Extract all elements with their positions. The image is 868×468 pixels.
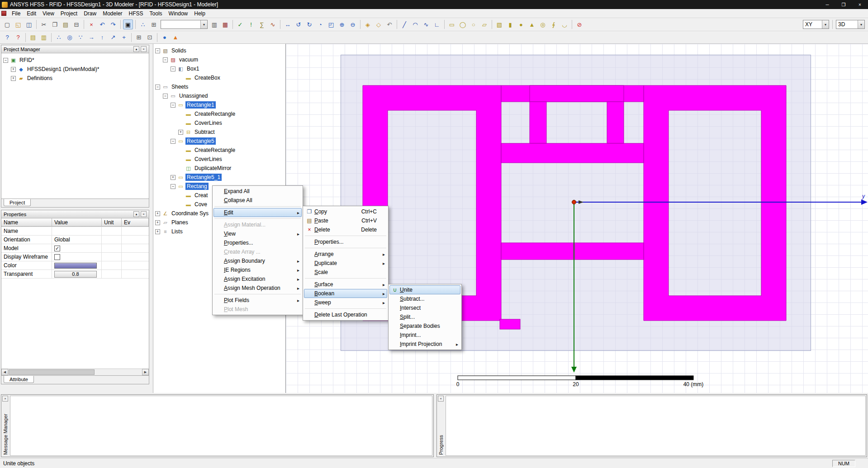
boundary-display-button[interactable]: ▦ — [220, 19, 230, 29]
tree-item-label[interactable]: vacuum — [178, 56, 199, 63]
tree-item-label[interactable]: Rectangle5 — [185, 137, 216, 145]
clip-plane-button[interactable]: ▲ — [171, 33, 180, 43]
collapse-box[interactable]: − — [171, 66, 175, 71]
tree-item-label[interactable]: Rectang — [185, 183, 209, 190]
menu-modeler[interactable]: Modeler — [100, 9, 125, 18]
menu-item-separate-bodies[interactable]: Separate Bodies — [389, 321, 460, 331]
snap-settings-button[interactable]: ∴ — [138, 19, 148, 29]
expand-box[interactable]: + — [11, 76, 16, 81]
undo-button[interactable]: ↶ — [97, 19, 107, 29]
tree-item-label[interactable]: Sheets — [170, 83, 190, 90]
rotate-z-button[interactable]: ↻ — [304, 19, 314, 29]
menu-item-arrange[interactable]: Arrange▸ — [304, 250, 387, 259]
menu-item-plot-mesh[interactable]: Plot Mesh — [213, 305, 302, 314]
menu-draw[interactable]: Draw — [81, 9, 100, 18]
menu-item-unite[interactable]: ∪Unite — [389, 285, 460, 294]
value-button[interactable]: 0.8 — [54, 271, 97, 278]
zoom-in-button[interactable]: ⊕ — [337, 19, 347, 29]
redo-button[interactable]: ↷ — [108, 19, 118, 29]
close-progress-icon[interactable]: × — [438, 396, 444, 402]
menu-item-imprint-projection[interactable]: Imprint Projection▸ — [389, 340, 460, 349]
zoom-window-button[interactable]: ◰ — [326, 19, 336, 29]
menu-file[interactable]: File — [9, 9, 24, 18]
expand-box[interactable]: + — [155, 211, 160, 216]
antenna-top-notch-outline[interactable] — [530, 85, 624, 102]
validate-button[interactable]: ✓ — [235, 19, 245, 29]
progress-window-button[interactable]: ▥ — [39, 33, 49, 43]
menu-item-copy[interactable]: ❐CopyCtrl+C — [304, 207, 387, 216]
save-button[interactable]: ◫ — [24, 19, 34, 29]
tab-attribute[interactable]: Attribute — [4, 376, 34, 383]
previous-view-button[interactable]: ↶ — [384, 19, 394, 29]
select-object-mode-button[interactable]: ▣ — [123, 19, 133, 29]
tree-item-label[interactable]: HFSSDesign1 (DrivenModal)* — [26, 66, 100, 73]
menu-item-scale[interactable]: Scale — [304, 268, 387, 277]
grid-settings-button[interactable]: ⊞ — [149, 19, 159, 29]
dynamic-zoom-button[interactable]: ◔ — [315, 19, 325, 29]
tree-item-label[interactable]: Lists — [170, 228, 184, 235]
draw-polyline-button[interactable]: ∟ — [432, 19, 442, 29]
antenna-right-stub[interactable] — [607, 102, 624, 143]
new-file-button[interactable]: ▢ — [2, 19, 12, 29]
menu-item-properties[interactable]: Properties... — [304, 237, 387, 246]
copy-button[interactable]: ❐ — [50, 19, 60, 29]
collapse-box[interactable]: − — [163, 94, 168, 99]
close-button[interactable]: × — [852, 0, 868, 9]
material-combo[interactable]: ▾ — [161, 20, 208, 29]
collapse-box[interactable]: − — [171, 139, 175, 144]
close-message-manager-icon[interactable]: × — [2, 396, 8, 402]
tree-item-label[interactable]: Cove — [193, 201, 209, 208]
tree-item-label[interactable]: Subtract — [193, 128, 216, 136]
context-help-button[interactable]: ? — [2, 33, 12, 43]
menu-item-expand-all[interactable]: Expand All — [213, 187, 302, 196]
property-value[interactable] — [52, 261, 102, 269]
menu-item-imprint[interactable]: Imprint... — [389, 331, 460, 340]
tree-item-label[interactable]: CreateRectangle — [193, 147, 237, 154]
menu-project[interactable]: Project — [57, 9, 81, 18]
collapse-box[interactable]: − — [155, 48, 160, 53]
maximize-button[interactable]: ❐ — [835, 0, 852, 9]
tree-item-label[interactable]: Rectangle5_1 — [185, 174, 222, 181]
cut-button[interactable]: ✂ — [39, 19, 49, 29]
tree-item-label[interactable]: Solids — [170, 47, 188, 54]
draw-cylinder-button[interactable]: ▮ — [505, 19, 515, 29]
menu-edit[interactable]: Edit — [24, 9, 39, 18]
tree-item-label[interactable]: Definitions — [26, 75, 54, 82]
draw-cone-button[interactable]: ▲ — [527, 19, 537, 29]
property-value[interactable] — [52, 253, 102, 261]
tree-item-label[interactable]: DuplicateMirror — [193, 165, 232, 172]
draw-sphere-button[interactable]: ● — [516, 19, 526, 29]
menu-window[interactable]: Window — [166, 9, 191, 18]
expand-box[interactable]: + — [171, 175, 175, 180]
delete-button[interactable]: × — [86, 19, 96, 29]
antenna-left-stub[interactable] — [530, 102, 546, 143]
fit-selection-button[interactable]: ◇ — [374, 19, 384, 29]
collapse-box[interactable]: − — [171, 103, 175, 108]
expand-box[interactable]: + — [155, 220, 160, 225]
tree-item-label[interactable]: RFID* — [18, 57, 36, 64]
tree-item-label[interactable]: Unassigned — [178, 92, 209, 99]
whats-this-button[interactable]: ? — [13, 33, 23, 43]
draw-line-button[interactable]: ╱ — [399, 19, 409, 29]
tree-item-label[interactable]: CreateRectangle — [193, 110, 237, 118]
property-value[interactable]: Global — [52, 236, 102, 244]
scroll-right-icon[interactable]: ▶ — [142, 369, 149, 375]
menu-item-split[interactable]: Split... — [389, 312, 460, 321]
menu-item-create-array[interactable]: Create Array ... — [213, 247, 302, 256]
collapse-box[interactable]: − — [3, 58, 8, 63]
scrollbar-thumb[interactable] — [9, 369, 95, 375]
dropdown-arrow-icon[interactable]: ▾ — [200, 20, 207, 28]
modeler-document-icon[interactable] — [1, 11, 6, 16]
menu-item-sweep[interactable]: Sweep▸ — [304, 298, 387, 307]
tree-item-label[interactable]: Creat — [193, 192, 209, 199]
message-window-button[interactable]: ▤ — [28, 33, 38, 43]
draw-arc-button[interactable]: ◠ — [410, 19, 420, 29]
tree-item-label[interactable]: Box1 — [185, 65, 200, 72]
subtract-tool-button[interactable]: ⊘ — [574, 19, 584, 29]
property-value[interactable]: 0.8 — [52, 270, 102, 278]
close-panel-icon[interactable]: × — [141, 46, 147, 52]
open-file-button[interactable]: ◱ — [13, 19, 23, 29]
movement-z-button[interactable]: ↗ — [108, 33, 118, 43]
close-panel-icon[interactable]: × — [141, 211, 147, 217]
paste-button[interactable]: ▤ — [61, 19, 71, 29]
